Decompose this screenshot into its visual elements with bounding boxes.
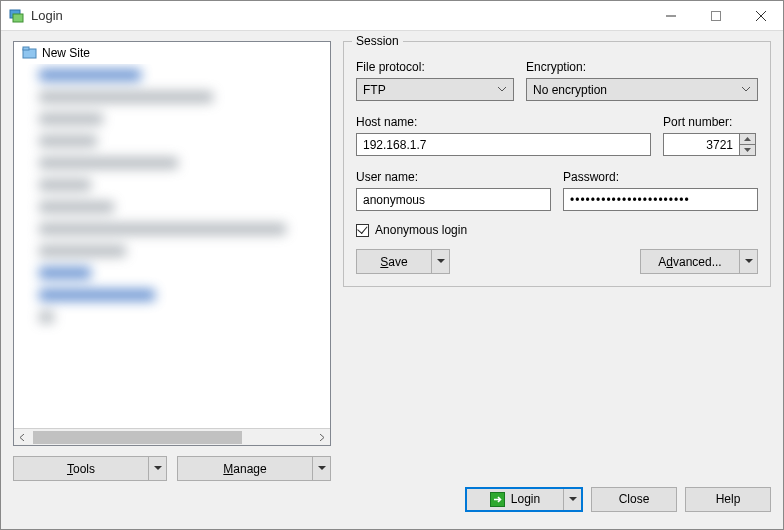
tree-item-new-site[interactable]: New Site: [14, 42, 330, 64]
login-button-dropdown[interactable]: [563, 489, 581, 510]
tree-item-label: New Site: [42, 46, 90, 60]
chevron-down-icon: [569, 497, 577, 502]
minimize-button[interactable]: [648, 1, 693, 31]
host-name-value: 192.168.1.7: [363, 138, 426, 152]
chevron-down-icon: [493, 79, 511, 100]
file-protocol-select[interactable]: FTP: [356, 78, 514, 101]
login-button-label: Login: [511, 492, 540, 506]
login-icon: [490, 492, 505, 507]
chevron-down-icon: [437, 259, 445, 264]
tools-button-dropdown[interactable]: [148, 457, 166, 480]
scroll-thumb[interactable]: [33, 431, 242, 444]
port-number-label: Port number:: [663, 115, 758, 129]
stepper-down-icon[interactable]: [740, 145, 755, 155]
file-protocol-label: File protocol:: [356, 60, 514, 74]
svg-rect-1: [13, 14, 23, 22]
scroll-track[interactable]: [31, 429, 313, 446]
left-column: New Site: [13, 41, 331, 481]
tree-horizontal-scrollbar[interactable]: [14, 428, 330, 445]
close-dialog-button[interactable]: Close: [591, 487, 677, 512]
encryption-value: No encryption: [533, 83, 607, 97]
app-icon: [9, 8, 25, 24]
chevron-down-icon: [745, 259, 753, 264]
advanced-button[interactable]: Advanced...: [640, 249, 758, 274]
manage-button-dropdown[interactable]: [312, 457, 330, 480]
encryption-label: Encryption:: [526, 60, 758, 74]
scroll-left-arrow-icon[interactable]: [14, 429, 31, 446]
password-masked-value: •••••••••••••••••••••••: [570, 193, 690, 207]
right-column: Session File protocol: FTP Encryption: N…: [343, 41, 771, 481]
save-button-label: Save: [380, 255, 407, 269]
tools-button[interactable]: Tools: [13, 456, 167, 481]
chevron-down-icon: [737, 79, 755, 100]
user-name-label: User name:: [356, 170, 551, 184]
site-tree[interactable]: New Site: [13, 41, 331, 446]
dialog-footer: Login Close Help: [1, 481, 783, 529]
anonymous-login-checkbox[interactable]: Anonymous login: [356, 223, 758, 237]
port-number-stepper[interactable]: [739, 133, 756, 156]
host-name-input[interactable]: 192.168.1.7: [356, 133, 651, 156]
anonymous-login-label: Anonymous login: [375, 223, 467, 237]
help-button[interactable]: Help: [685, 487, 771, 512]
svg-rect-3: [711, 11, 720, 20]
window-title: Login: [31, 8, 648, 23]
stepper-up-icon[interactable]: [740, 134, 755, 145]
left-button-row: Tools Manage: [13, 456, 331, 481]
maximize-button[interactable]: [693, 1, 738, 31]
user-name-value: anonymous: [363, 193, 425, 207]
login-button[interactable]: Login: [465, 487, 583, 512]
chevron-down-icon: [154, 466, 162, 471]
advanced-button-dropdown[interactable]: [739, 250, 757, 273]
svg-rect-7: [23, 47, 29, 50]
save-button-dropdown[interactable]: [431, 250, 449, 273]
site-folder-icon: [22, 46, 38, 60]
dialog-body: New Site: [1, 31, 783, 481]
password-label: Password:: [563, 170, 758, 184]
tools-button-label: Tools: [67, 462, 95, 476]
advanced-button-label: Advanced...: [658, 255, 721, 269]
save-button[interactable]: Save: [356, 249, 450, 274]
chevron-down-icon: [318, 466, 326, 471]
close-button-label: Close: [619, 492, 650, 506]
host-name-label: Host name:: [356, 115, 651, 129]
user-name-input[interactable]: anonymous: [356, 188, 551, 211]
redacted-site-list: [15, 64, 329, 334]
file-protocol-value: FTP: [363, 83, 386, 97]
encryption-select[interactable]: No encryption: [526, 78, 758, 101]
port-number-value: 3721: [706, 138, 733, 152]
port-number-input[interactable]: 3721: [663, 133, 739, 156]
session-legend: Session: [352, 34, 403, 48]
password-input[interactable]: •••••••••••••••••••••••: [563, 188, 758, 211]
titlebar: Login: [1, 1, 783, 31]
login-dialog-window: Login New Site: [0, 0, 784, 530]
close-button[interactable]: [738, 1, 783, 31]
help-button-label: Help: [716, 492, 741, 506]
session-group: Session File protocol: FTP Encryption: N…: [343, 41, 771, 287]
scroll-right-arrow-icon[interactable]: [313, 429, 330, 446]
manage-button[interactable]: Manage: [177, 456, 331, 481]
manage-button-label: Manage: [223, 462, 266, 476]
checkbox-box: [356, 224, 369, 237]
